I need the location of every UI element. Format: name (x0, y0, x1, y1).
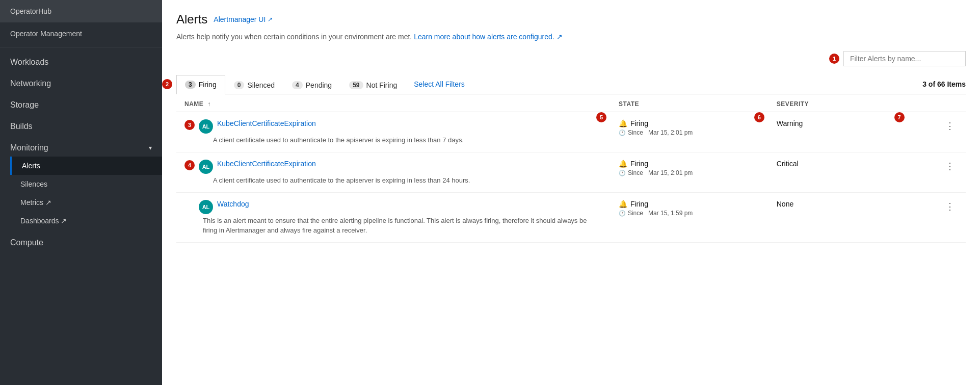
select-all-filters-button[interactable]: Select All Filters (406, 75, 473, 93)
alert-actions-cell: ⋮ (911, 193, 966, 242)
col-severity: SEVERITY (769, 94, 911, 112)
tab-firing[interactable]: 3 Firing (176, 75, 225, 94)
page-title: Alerts (176, 12, 207, 27)
description-link-text: Learn more about how alerts are configur… (414, 33, 554, 41)
row-badge-1: 4 (184, 160, 195, 170)
sidebar-monitoring-sub: Alerts Silences Metrics ↗ Dashboards ↗ (0, 157, 162, 230)
alert-name-link[interactable]: Watchdog (217, 200, 249, 208)
sort-ascending-icon[interactable]: ↑ (207, 100, 211, 108)
sidebar-item-metrics[interactable]: Metrics ↗ (10, 193, 162, 212)
state-since: 🕐 Since Mar 15, 1:59 pm (619, 210, 760, 217)
alert-state-cell: 🔔 Firing 🕐 Since Mar 15, 1:59 pm (611, 193, 769, 242)
sidebar-section-monitoring[interactable]: Monitoring ▾ (0, 135, 162, 157)
action-badge-0: 7 (894, 112, 905, 122)
alert-state-cell: 🔔 Firing 🕐 Since Mar 15, 2:01 pm (611, 152, 769, 193)
alert-actions-cell: 7 ⋮ (911, 112, 966, 152)
state-text: Firing (630, 200, 648, 208)
table-row: AL Watchdog This is an alert meant to en… (176, 193, 966, 242)
sidebar-section-label: Storage (10, 100, 39, 110)
alert-severity-cell: None (769, 193, 911, 242)
clock-icon: 🕐 (619, 170, 626, 176)
alert-description: A client certificate used to authenticat… (184, 176, 602, 185)
sidebar-item-alerts[interactable]: Alerts (10, 157, 162, 175)
alertmanager-ui-link[interactable]: Alertmanager UI ↗ (214, 15, 273, 23)
col-state: STATE (611, 94, 769, 112)
external-link-icon: ↗ (268, 16, 273, 23)
kebab-menu-button[interactable]: ⋮ (942, 160, 958, 173)
kebab-menu-button[interactable]: ⋮ (942, 119, 958, 133)
tab-not-firing-label: Not Firing (366, 81, 398, 89)
state-badge-label: 🔔 Firing (619, 200, 760, 208)
alert-severity-cell: Critical (769, 152, 911, 193)
severity-badge-0: 6 (754, 112, 764, 122)
alert-row-header: 3 AL KubeClientCertificateExpiration (184, 119, 602, 134)
page-description: Alerts help notify you when certain cond… (176, 33, 966, 41)
tab-pending-count: 4 (292, 81, 303, 89)
sidebar-section-networking[interactable]: Networking (0, 71, 162, 92)
state-since: 🕐 Since Mar 15, 2:01 pm (619, 169, 760, 176)
sidebar-section-label: Monitoring (10, 143, 48, 152)
kebab-menu-button[interactable]: ⋮ (942, 200, 958, 213)
alerts-table: NAME ↑ STATE SEVERITY 3 AL KubeClientCer… (176, 94, 966, 243)
alert-name-link[interactable]: KubeClientCertificateExpiration (217, 160, 316, 168)
bell-icon: 🔔 (619, 160, 627, 168)
severity-text: Warning (777, 119, 803, 127)
alert-avatar: AL (199, 119, 213, 134)
tab-not-firing[interactable]: 59 Not Firing (340, 75, 406, 94)
state-badge-label: 🔔 Firing (619, 119, 760, 127)
state-badge-0: 5 (596, 112, 606, 122)
sidebar-section-workloads[interactable]: Workloads (0, 49, 162, 71)
sidebar-item-operatorhub[interactable]: OperatorHub (0, 0, 162, 22)
severity-text: Critical (777, 160, 799, 168)
search-input[interactable] (843, 51, 966, 66)
description-link[interactable]: Learn more about how alerts are configur… (414, 33, 562, 41)
alert-name-cell: 3 AL KubeClientCertificateExpiration A c… (176, 112, 611, 152)
alert-severity-cell: 6 Warning (769, 112, 911, 152)
clock-icon: 🕐 (619, 130, 626, 136)
since-text: Since Mar 15, 1:59 pm (628, 210, 693, 217)
alert-avatar: AL (199, 200, 213, 214)
content-area: Alerts Alertmanager UI ↗ Alerts help not… (162, 0, 980, 385)
alert-description: A client certificate used to authenticat… (184, 136, 602, 145)
state-text: Firing (630, 119, 648, 127)
alert-row-header: AL Watchdog (184, 200, 602, 214)
col-name: NAME ↑ (176, 94, 611, 112)
sidebar-divider (0, 47, 162, 47)
tab-silenced[interactable]: 0 Silenced (225, 75, 283, 94)
alert-row-header: 4 AL KubeClientCertificateExpiration (184, 160, 602, 174)
tab-firing-label: Firing (199, 81, 217, 89)
sidebar-item-silences[interactable]: Silences (10, 175, 162, 193)
sidebar-section-label: Workloads (10, 58, 48, 67)
table-header-row: NAME ↑ STATE SEVERITY (176, 94, 966, 112)
tab-silenced-count: 0 (234, 81, 245, 89)
sidebar-section-builds[interactable]: Builds (0, 114, 162, 135)
sidebar-section-storage[interactable]: Storage (0, 92, 162, 114)
table-row: 4 AL KubeClientCertificateExpiration A c… (176, 152, 966, 193)
state-badge-label: 🔔 Firing (619, 160, 760, 168)
clock-icon: 🕐 (619, 210, 626, 217)
alert-state-cell: 5 🔔 Firing 🕐 Since Mar 15, 2:01 pm (611, 112, 769, 152)
alert-actions-cell: ⋮ (911, 152, 966, 193)
row-badge-0: 3 (184, 120, 195, 130)
alert-name-cell: 4 AL KubeClientCertificateExpiration A c… (176, 152, 611, 193)
alert-name-link[interactable]: KubeClientCertificateExpiration (217, 119, 316, 127)
since-text: Since Mar 15, 2:01 pm (628, 129, 693, 136)
tab-pending-label: Pending (306, 81, 332, 89)
sidebar: OperatorHub Operator Management Workload… (0, 0, 162, 385)
filter-badge: 1 (829, 54, 839, 64)
since-text: Since Mar 15, 2:01 pm (628, 169, 693, 176)
sidebar-section-label: Builds (10, 122, 33, 131)
bell-icon: 🔔 (619, 119, 627, 127)
severity-text: None (777, 200, 793, 208)
alert-name-cell: AL Watchdog This is an alert meant to en… (176, 193, 611, 242)
alert-avatar: AL (199, 160, 213, 174)
filter-bar: 1 (176, 51, 966, 66)
tab-firing-count: 3 (185, 81, 196, 89)
state-text: Firing (630, 160, 648, 168)
chevron-down-icon: ▾ (149, 144, 152, 151)
tab-pending[interactable]: 4 Pending (283, 75, 340, 94)
sidebar-section-compute[interactable]: Compute (0, 230, 162, 251)
sidebar-item-dashboards[interactable]: Dashboards ↗ (10, 212, 162, 230)
sidebar-item-operator-management[interactable]: Operator Management (0, 22, 162, 45)
col-name-label: NAME (184, 100, 203, 108)
